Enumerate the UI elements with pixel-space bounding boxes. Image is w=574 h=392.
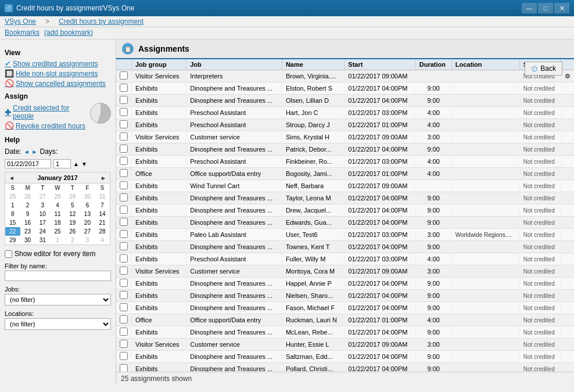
cal-day[interactable]: 27 bbox=[35, 192, 50, 201]
cal-day[interactable]: 3 bbox=[35, 201, 50, 210]
cal-day[interactable]: 11 bbox=[50, 210, 65, 218]
row-checkbox[interactable] bbox=[120, 218, 128, 226]
cal-day[interactable]: 24 bbox=[35, 227, 50, 236]
date-prev[interactable]: ◄ bbox=[24, 149, 30, 155]
cal-day[interactable]: 6 bbox=[80, 201, 95, 210]
days-input[interactable] bbox=[53, 159, 71, 168]
row-status: Not credited bbox=[519, 156, 561, 168]
credit-hours-menu[interactable]: Credit hours by assignment bbox=[59, 17, 144, 26]
row-checkbox[interactable] bbox=[120, 169, 128, 177]
revoke-hours-link[interactable]: 🚫 Revoke credited hours bbox=[5, 121, 88, 130]
row-checkbox[interactable] bbox=[120, 84, 128, 92]
col-name[interactable]: Name bbox=[282, 59, 344, 70]
row-checkbox[interactable] bbox=[120, 157, 128, 165]
col-duration[interactable]: Duration bbox=[415, 59, 451, 70]
row-checkbox[interactable] bbox=[120, 193, 128, 202]
cal-day[interactable]: 25 bbox=[5, 192, 20, 201]
cal-day[interactable]: 29 bbox=[65, 192, 80, 201]
row-checkbox[interactable] bbox=[120, 145, 128, 153]
cal-day[interactable]: 28 bbox=[95, 227, 110, 236]
locations-select[interactable]: (no filter) bbox=[5, 318, 111, 330]
col-jobgroup[interactable]: Job group bbox=[132, 59, 186, 70]
cal-day[interactable]: 30 bbox=[80, 192, 95, 201]
row-checkbox[interactable] bbox=[120, 328, 128, 336]
date-input[interactable] bbox=[5, 159, 51, 168]
row-checkbox[interactable] bbox=[120, 181, 128, 189]
cal-day[interactable]: 1 bbox=[5, 201, 20, 210]
cal-day[interactable]: 16 bbox=[20, 218, 35, 227]
cal-day[interactable]: 14 bbox=[95, 210, 110, 218]
days-down[interactable]: ▼ bbox=[81, 161, 87, 167]
col-start[interactable]: Start bbox=[345, 59, 415, 70]
cal-day[interactable]: 19 bbox=[65, 218, 80, 227]
cal-day[interactable]: 26 bbox=[65, 227, 80, 236]
cal-day[interactable]: 25 bbox=[50, 227, 65, 236]
hide-nonslot-link[interactable]: 🔲 Hide non-slot assignments bbox=[5, 69, 111, 78]
col-job[interactable]: Job bbox=[186, 59, 282, 70]
cal-day[interactable]: 30 bbox=[20, 236, 35, 244]
cal-day[interactable]: 4 bbox=[50, 201, 65, 210]
cal-day[interactable]: 12 bbox=[65, 210, 80, 218]
show-credited-link[interactable]: ✔ Show credited assignments bbox=[5, 59, 111, 68]
cal-day[interactable]: 2 bbox=[20, 201, 35, 210]
date-next[interactable]: ► bbox=[32, 149, 38, 155]
row-checkbox[interactable] bbox=[120, 279, 128, 287]
credit-selected-link[interactable]: ✚ Credit selected for people bbox=[5, 104, 88, 120]
row-checkbox[interactable] bbox=[120, 364, 128, 372]
show-editor-checkbox[interactable] bbox=[5, 250, 12, 258]
row-checkbox[interactable] bbox=[120, 291, 128, 299]
cal-day[interactable]: 23 bbox=[20, 227, 35, 236]
minimize-button[interactable]: — bbox=[522, 3, 537, 13]
table-row: Office Office support/Data entry Bogosit… bbox=[116, 168, 574, 180]
cal-prev[interactable]: ◄ bbox=[9, 175, 15, 181]
days-up[interactable]: ▲ bbox=[73, 161, 79, 167]
cal-day[interactable]: 17 bbox=[35, 218, 50, 227]
cal-day[interactable]: 2 bbox=[65, 236, 80, 244]
row-checkbox[interactable] bbox=[120, 96, 128, 104]
cal-day[interactable]: 4 bbox=[95, 236, 110, 244]
cal-next[interactable]: ► bbox=[101, 175, 106, 181]
cal-day[interactable]: 28 bbox=[50, 192, 65, 201]
cal-day[interactable]: 5 bbox=[65, 201, 80, 210]
jobs-select[interactable]: (no filter) bbox=[5, 294, 111, 305]
cal-day[interactable]: 1 bbox=[50, 236, 65, 244]
cal-day[interactable]: 27 bbox=[80, 227, 95, 236]
col-location[interactable]: Location bbox=[451, 59, 519, 70]
cal-day[interactable]: 15 bbox=[5, 218, 20, 227]
cal-day[interactable]: 31 bbox=[95, 192, 110, 201]
filter-name-input[interactable] bbox=[5, 271, 111, 281]
cal-day[interactable]: 31 bbox=[35, 236, 50, 244]
back-button[interactable]: ⊙ Back bbox=[525, 62, 562, 75]
cal-day[interactable]: 3 bbox=[80, 236, 95, 244]
row-checkbox[interactable] bbox=[120, 340, 128, 348]
cal-day-selected[interactable]: 22 bbox=[5, 227, 20, 236]
row-checkbox[interactable] bbox=[120, 315, 128, 323]
cal-day[interactable]: 13 bbox=[80, 210, 95, 218]
row-checkbox[interactable] bbox=[120, 206, 128, 214]
cal-day[interactable]: 21 bbox=[95, 218, 110, 227]
row-checkbox[interactable] bbox=[120, 242, 128, 250]
maximize-button[interactable]: □ bbox=[538, 3, 553, 13]
cal-day[interactable]: 8 bbox=[5, 210, 20, 218]
row-checkbox[interactable] bbox=[120, 108, 128, 116]
cal-day[interactable]: 20 bbox=[80, 218, 95, 227]
row-checkbox[interactable] bbox=[120, 267, 128, 275]
row-checkbox[interactable] bbox=[120, 254, 128, 262]
row-checkbox[interactable] bbox=[120, 352, 128, 360]
cal-day[interactable]: 9 bbox=[20, 210, 35, 218]
cal-day[interactable]: 29 bbox=[5, 236, 20, 244]
row-checkbox[interactable] bbox=[120, 120, 128, 128]
close-button[interactable]: ✕ bbox=[554, 3, 569, 13]
show-cancelled-link[interactable]: 🚫 Show cancelled assignments bbox=[5, 79, 111, 88]
row-checkbox[interactable] bbox=[120, 303, 128, 311]
row-checkbox[interactable] bbox=[120, 230, 128, 238]
bookmarks-link[interactable]: Bookmarks bbox=[5, 28, 40, 37]
row-checkbox[interactable] bbox=[120, 132, 128, 141]
cal-day[interactable]: 18 bbox=[50, 218, 65, 227]
row-checkbox[interactable] bbox=[120, 71, 128, 80]
cal-day[interactable]: 10 bbox=[35, 210, 50, 218]
vsysone-menu[interactable]: VSys One bbox=[5, 17, 36, 26]
cal-day[interactable]: 7 bbox=[95, 201, 110, 210]
add-bookmark-link[interactable]: (add bookmark) bbox=[44, 28, 93, 37]
cal-day[interactable]: 26 bbox=[20, 192, 35, 201]
